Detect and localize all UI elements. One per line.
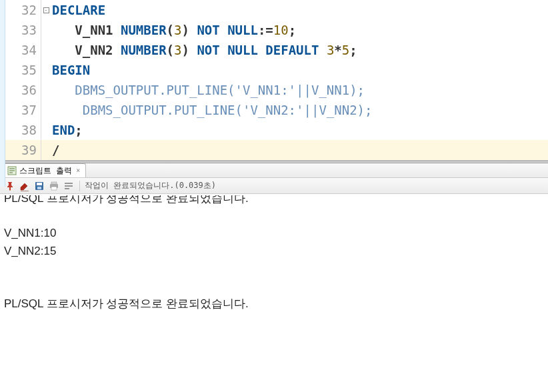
code-line[interactable]: 34 V_NN2 NUMBER(3) NOT NULL DEFAULT 3*5; [5, 40, 548, 60]
output-tab-bar: 스크립트 출력 × [0, 163, 548, 178]
print-icon [49, 181, 59, 191]
print-button[interactable] [48, 180, 60, 192]
line-number: 37 [5, 100, 41, 120]
output-clipped-row: PL/SQL 프로시저가 성공적으로 완료되었습니다. [4, 195, 544, 207]
script-output-icon [7, 166, 17, 175]
tab-close-icon[interactable]: × [75, 167, 81, 174]
status-text: 작업이 완료되었습니다.(0.039초) [85, 180, 216, 191]
code-line[interactable]: 37 DBMS_OUTPUT.PUT_LINE('V_NN2:'||V_NN2)… [5, 100, 548, 120]
pin-icon [5, 181, 15, 191]
line-number: 35 [5, 60, 41, 80]
clear-button[interactable] [19, 180, 31, 192]
code-content[interactable]: DECLARE [51, 3, 105, 17]
line-number: 36 [5, 80, 41, 100]
save-button[interactable] [33, 180, 45, 192]
code-line[interactable]: 35BEGIN [5, 60, 548, 80]
tab-script-output[interactable]: 스크립트 출력 × [3, 163, 86, 177]
vertical-ruler [0, 0, 5, 187]
code-editor[interactable]: 32-DECLARE33 V_NN1 NUMBER(3) NOT NULL:=1… [0, 0, 548, 161]
textwrap-icon [63, 181, 74, 191]
code-content[interactable]: V_NN2 NUMBER(3) NOT NULL DEFAULT 3*5; [51, 43, 357, 57]
code-content[interactable]: BEGIN [51, 63, 90, 77]
eraser-icon [19, 181, 30, 191]
svg-rect-6 [37, 187, 41, 189]
line-number: 33 [5, 20, 41, 40]
svg-rect-7 [51, 182, 57, 184]
code-content[interactable]: V_NN1 NUMBER(3) NOT NULL:=10; [51, 23, 296, 37]
toolbar-separator [79, 181, 80, 191]
output-line [4, 277, 544, 295]
output-content[interactable]: PL/SQL 프로시저가 성공적으로 완료되었습니다. V_NN1:10V_NN… [0, 194, 548, 314]
code-line[interactable]: 33 V_NN1 NUMBER(3) NOT NULL:=10; [5, 20, 548, 40]
line-number: 32 [5, 0, 41, 20]
output-line [4, 260, 544, 277]
pin-button[interactable] [4, 180, 16, 192]
svg-rect-5 [37, 183, 42, 185]
output-line: V_NN2:15 [4, 243, 544, 260]
line-number: 34 [5, 40, 41, 60]
line-number: 38 [5, 120, 41, 140]
fold-collapse-icon[interactable]: - [43, 7, 49, 13]
tab-label: 스크립트 출력 [19, 165, 72, 177]
code-line[interactable]: 39/ [5, 140, 548, 160]
code-line[interactable]: 36 DBMS_OUTPUT.PUT_LINE('V_NN1:'||V_NN1)… [5, 80, 548, 100]
output-line: PL/SQL 프로시저가 성공적으로 완료되었습니다. [4, 295, 544, 313]
code-content[interactable]: END; [51, 123, 83, 137]
output-line: V_NN1:10 [4, 225, 544, 242]
code-content[interactable]: / [51, 143, 59, 157]
text-wrap-button[interactable] [63, 180, 75, 192]
code-line[interactable]: 38END; [5, 120, 548, 140]
code-content[interactable]: DBMS_OUTPUT.PUT_LINE('V_NN1:'||V_NN1); [51, 83, 365, 97]
line-number: 39 [5, 140, 41, 160]
code-line[interactable]: 32-DECLARE [5, 0, 548, 20]
script-output-panel: 스크립트 출력 × [0, 163, 548, 314]
save-icon [34, 181, 45, 191]
output-line [4, 207, 544, 225]
code-content[interactable]: DBMS_OUTPUT.PUT_LINE('V_NN2:'||V_NN2); [51, 103, 372, 117]
svg-rect-9 [51, 187, 57, 190]
output-toolbar: 작업이 완료되었습니다.(0.039초) [0, 178, 548, 194]
fold-gutter[interactable]: - [41, 7, 51, 13]
output-line: PL/SQL 프로시저가 성공적으로 완료되었습니다. [4, 195, 249, 207]
